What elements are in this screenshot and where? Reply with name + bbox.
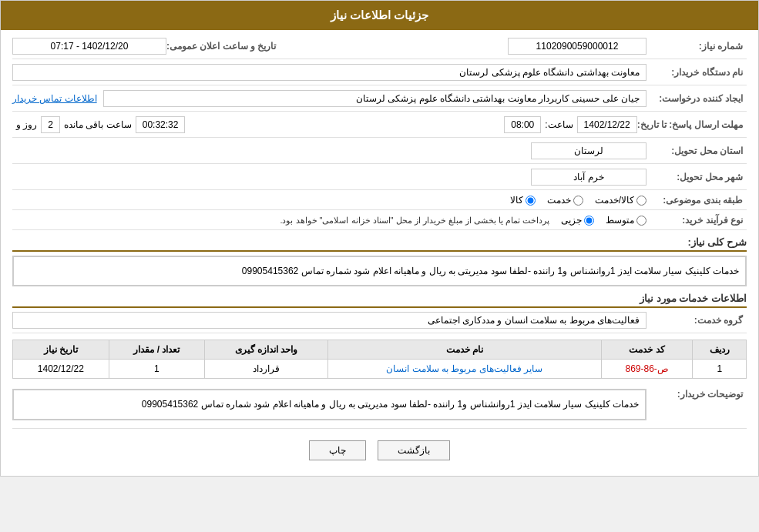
- category-radio-group: کالا/خدمت خدمت کالا: [510, 195, 646, 206]
- requester-org-label: نام دستگاه خریدار:: [646, 67, 747, 78]
- page-header: جزئیات اطلاعات نیاز: [1, 1, 758, 30]
- row-request-number: شماره نیاز: 1102090059000012 تاریخ و ساع…: [12, 38, 747, 59]
- row-deadline: مهلت ارسال پاسخ: تا تاریخ: 1402/12/22 سا…: [12, 116, 747, 138]
- cell-unit: قرارداد: [205, 360, 328, 379]
- row-buyer-notes: توضیحات خریدار: خدمات کلینیک سیار سلامت …: [12, 385, 747, 428]
- services-table: ردیف کد خدمت نام خدمت واحد اندازه گیری ت…: [12, 340, 747, 379]
- content-area: شماره نیاز: 1102090059000012 تاریخ و ساع…: [1, 30, 758, 476]
- radio-label-partial: جزیی: [561, 215, 582, 226]
- description-section-title: شرح کلی نیاز:: [12, 236, 747, 252]
- col-header-date: تاریخ نیاز: [13, 340, 109, 360]
- radio-item-goods-service: کالا/خدمت: [595, 195, 646, 206]
- cell-count: 1: [109, 360, 205, 379]
- back-button[interactable]: بازگشت: [378, 440, 450, 460]
- button-row: بازگشت چاپ: [12, 440, 747, 460]
- buyer-notes-box: خدمات کلینیک سیار سلامت ایدز 1روانشناس و…: [12, 389, 646, 420]
- creator-label: ایجاد کننده درخواست:: [646, 93, 747, 104]
- row-city: شهر محل تحویل: خرم آباد: [12, 169, 747, 190]
- radio-goods[interactable]: [526, 196, 536, 206]
- main-container: جزئیات اطلاعات نیاز شماره نیاز: 11020900…: [0, 0, 759, 477]
- city-label: شهر محل تحویل:: [646, 172, 747, 182]
- radio-item-partial: جزیی: [561, 215, 594, 226]
- row-requester-org: نام دستگاه خریدار: معاونت بهداشتی دانشگا…: [12, 64, 747, 85]
- requester-org-value: معاونت بهداشتی دانشگاه علوم پزشکی لرستان: [12, 64, 646, 81]
- radio-label-goods-service: کالا/خدمت: [595, 195, 634, 206]
- service-group-label: گروه خدمت:: [646, 315, 747, 326]
- row-province: استان محل تحویل: لرستان: [12, 142, 747, 164]
- radio-item-medium: متوسط: [606, 215, 646, 226]
- services-section-title: اطلاعات خدمات مورد نیاز: [12, 293, 747, 308]
- cell-name: سایر فعالیت‌های مربوط به سلامت انسان: [327, 360, 601, 379]
- deadline-days: 2: [41, 116, 60, 133]
- cell-code: ص-86-869: [601, 360, 693, 379]
- row-purchase-type: نوع فرآیند خرید: متوسط جزیی پرداخت تمام …: [12, 215, 747, 230]
- col-header-row: ردیف: [693, 340, 747, 360]
- deadline-date: 1402/12/22: [577, 116, 637, 133]
- date-label: تاریخ و ساعت اعلان عمومی:: [166, 41, 280, 52]
- description-box: خدمات کلینیک سیار سلامت ایدز 1روانشناس و…: [12, 256, 747, 286]
- radio-partial[interactable]: [584, 216, 594, 226]
- buyer-notes-label: توضیحات خریدار:: [646, 385, 747, 400]
- radio-medium[interactable]: [636, 216, 646, 226]
- deadline-time-label: ساعت:: [545, 119, 573, 130]
- table-row: 1 ص-86-869 سایر فعالیت‌های مربوط به سلام…: [13, 360, 747, 379]
- row-service-group: گروه خدمت: فعالیت‌های مربوط به سلامت انس…: [12, 312, 747, 333]
- creator-value: جیان علی حسینی کاربردار معاونت بهداشتی د…: [103, 90, 646, 107]
- col-header-unit: واحد اندازه گیری: [205, 340, 328, 360]
- announcement-date-value: 1402/12/20 - 07:17: [12, 38, 166, 55]
- purchase-type-label: نوع فرآیند خرید:: [646, 215, 747, 226]
- row-category: طبقه بندی موضوعی: کالا/خدمت خدمت کالا: [12, 195, 747, 210]
- table-header-row: ردیف کد خدمت نام خدمت واحد اندازه گیری ت…: [13, 340, 747, 360]
- col-header-count: تعداد / مقدار: [109, 340, 205, 360]
- radio-label-medium: متوسط: [606, 215, 634, 226]
- province-label: استان محل تحویل:: [646, 146, 747, 156]
- col-header-name: نام خدمت: [327, 340, 601, 360]
- radio-label-service: خدمت: [547, 195, 571, 206]
- table-body: 1 ص-86-869 سایر فعالیت‌های مربوط به سلام…: [13, 360, 747, 379]
- description-text: خدمات کلینیک سیار سلامت ایدز 1روانشناس و…: [20, 263, 739, 279]
- creator-contact-link[interactable]: اطلاعات تماس خریدار: [12, 93, 97, 104]
- row-creator: ایجاد کننده درخواست: جیان علی حسینی کارب…: [12, 90, 747, 112]
- print-button[interactable]: چاپ: [309, 440, 366, 460]
- col-header-code: کد خدمت: [601, 340, 693, 360]
- category-label: طبقه بندی موضوعی:: [646, 195, 747, 206]
- deadline-label: مهلت ارسال پاسخ: تا تاریخ:: [637, 119, 747, 130]
- radio-service[interactable]: [573, 196, 583, 206]
- deadline-time: 08:00: [504, 116, 541, 133]
- deadline-remain-label: ساعت باقی مانده: [64, 119, 132, 130]
- radio-goods-service[interactable]: [636, 196, 646, 206]
- deadline-remain: 00:32:32: [136, 116, 186, 133]
- page-title: جزئیات اطلاعات نیاز: [331, 8, 428, 22]
- radio-item-goods: کالا: [510, 195, 536, 206]
- cell-row: 1: [693, 360, 747, 379]
- radio-item-service: خدمت: [547, 195, 583, 206]
- request-number-label: شماره نیاز:: [646, 41, 747, 52]
- request-number-value: 1102090059000012: [508, 38, 646, 55]
- deadline-days-label: روز و: [16, 119, 37, 130]
- province-value: لرستان: [531, 142, 646, 159]
- buyer-notes-text: خدمات کلینیک سیار سلامت ایدز 1روانشناس و…: [20, 396, 639, 412]
- purchase-note: پرداخت تمام یا بخشی از مبلغ خریدار از مح…: [280, 216, 549, 226]
- radio-label-goods: کالا: [510, 195, 523, 206]
- cell-date: 1402/12/22: [13, 360, 109, 379]
- city-value: خرم آباد: [531, 169, 646, 186]
- service-group-value: فعالیت‌های مربوط به سلامت انسان و مددکار…: [12, 312, 646, 329]
- purchase-radio-group: متوسط جزیی: [561, 215, 646, 226]
- services-table-section: ردیف کد خدمت نام خدمت واحد اندازه گیری ت…: [12, 340, 747, 379]
